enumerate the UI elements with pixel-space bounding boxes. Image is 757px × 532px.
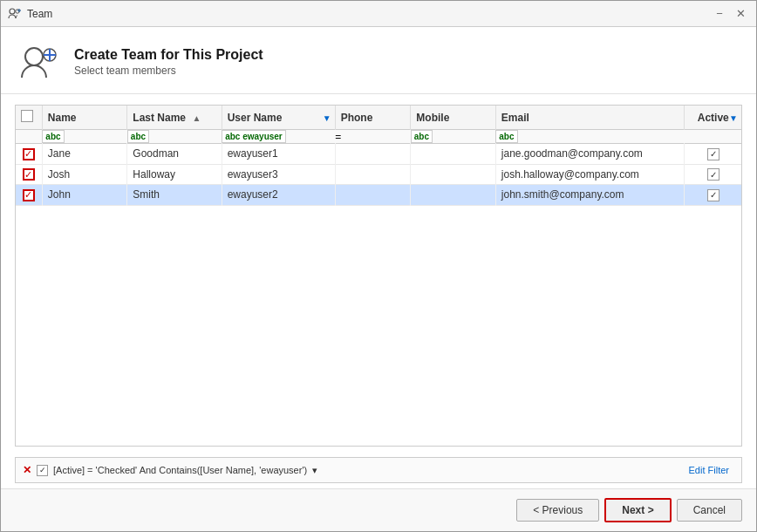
row-checkbox[interactable] <box>23 148 35 160</box>
members-table-container[interactable]: Name Last Name ▲ User Name ▼ Phone <box>15 105 742 447</box>
table-row[interactable]: Josh Halloway ewayuser3 josh.halloway@co… <box>16 164 741 185</box>
filter-row-active <box>685 130 741 144</box>
col-header-phone[interactable]: Phone <box>335 106 411 130</box>
row-active-check <box>707 148 719 160</box>
col-header-checkbox <box>16 106 42 130</box>
table-row[interactable]: John Smith ewayuser2 john.smith@company.… <box>16 185 741 206</box>
row-cell-active <box>685 185 741 206</box>
row-cell-name: Josh <box>42 164 127 185</box>
cancel-button[interactable]: Cancel <box>677 499 742 522</box>
filter-bar-wrapper: ✕ [Active] = 'Checked' And Contains([Use… <box>1 457 756 488</box>
row-cell-name: John <box>42 185 127 206</box>
title-bar-left: Team <box>8 7 52 21</box>
row-cell-username: ewayuser3 <box>222 164 335 185</box>
svg-point-0 <box>10 9 15 14</box>
title-bar-controls: − ✕ <box>711 5 749 23</box>
row-cell-email: john.smith@company.com <box>495 185 685 206</box>
window-title: Team <box>27 8 52 20</box>
header-text-block: Create Team for This Project Select team… <box>74 47 263 77</box>
row-cell-phone <box>335 185 411 206</box>
row-cell-active <box>685 144 741 165</box>
email-filter-badge: abc <box>495 130 517 143</box>
table-filter-row: abc abc abc ewayuser = abc <box>16 130 741 144</box>
previous-button[interactable]: < Previous <box>516 499 599 522</box>
row-cell-name: Jane <box>42 144 127 165</box>
filter-row-username: abc ewayuser <box>222 130 335 144</box>
col-header-email[interactable]: Email <box>495 106 685 130</box>
active-filter-icon: ▼ <box>729 113 738 122</box>
filter-row-email: abc <box>495 130 685 144</box>
row-cell-lastname: Smith <box>127 185 222 206</box>
row-active-check <box>707 168 719 181</box>
row-cell-checkbox[interactable] <box>16 164 42 185</box>
table-body: Jane Goodman ewayuser1 jane.goodman@comp… <box>16 144 741 206</box>
row-cell-checkbox[interactable] <box>16 144 42 165</box>
row-cell-mobile <box>411 185 496 206</box>
row-checkbox[interactable] <box>23 168 35 181</box>
mobile-filter-badge: abc <box>411 130 433 143</box>
col-header-mobile[interactable]: Mobile <box>411 106 496 130</box>
username-filter-badge: abc ewayuser <box>222 130 286 143</box>
row-cell-email: josh.halloway@company.com <box>495 164 685 185</box>
filter-expression: [Active] = 'Checked' And Contains([User … <box>53 465 307 475</box>
row-cell-mobile <box>411 164 496 185</box>
edit-filter-button[interactable]: Edit Filter <box>684 463 734 477</box>
table-header-row: Name Last Name ▲ User Name ▼ Phone <box>16 106 741 130</box>
filter-row-name: abc <box>42 130 127 144</box>
header-checkbox[interactable] <box>21 110 33 122</box>
row-cell-username: ewayuser2 <box>222 185 335 206</box>
name-filter-badge: abc <box>42 130 64 143</box>
row-cell-username: ewayuser1 <box>222 144 335 165</box>
filter-row-phone: = <box>335 130 411 144</box>
row-cell-phone <box>335 164 411 185</box>
filter-bar: ✕ [Active] = 'Checked' And Contains([Use… <box>15 457 742 483</box>
wizard-footer: < Previous Next > Cancel <box>1 488 756 531</box>
filter-row-mobile: abc <box>411 130 496 144</box>
filter-dropdown-arrow[interactable]: ▾ <box>312 465 317 476</box>
content-area: Name Last Name ▲ User Name ▼ Phone <box>1 94 756 457</box>
title-bar: Team − ✕ <box>1 1 756 27</box>
row-cell-lastname: Goodman <box>127 144 222 165</box>
wizard-header: Create Team for This Project Select team… <box>1 27 756 94</box>
wizard-header-icon <box>18 41 60 83</box>
col-header-username[interactable]: User Name ▼ <box>222 106 335 130</box>
lastname-sort-icon: ▲ <box>192 113 201 123</box>
next-button[interactable]: Next > <box>604 498 671 522</box>
username-filter-icon: ▼ <box>323 113 331 122</box>
filter-row-checkbox-cell <box>16 130 42 144</box>
team-icon <box>8 7 22 21</box>
close-button[interactable]: ✕ <box>732 5 749 23</box>
table-row[interactable]: Jane Goodman ewayuser1 jane.goodman@comp… <box>16 144 741 165</box>
col-header-active[interactable]: Active ▼ <box>685 106 741 130</box>
row-cell-checkbox[interactable] <box>16 185 42 206</box>
col-header-name[interactable]: Name <box>42 106 127 130</box>
wizard-title: Create Team for This Project <box>74 47 263 63</box>
filter-row-lastname: abc <box>127 130 222 144</box>
lastname-filter-badge: abc <box>127 130 149 143</box>
col-header-lastname[interactable]: Last Name ▲ <box>127 106 222 130</box>
row-cell-lastname: Halloway <box>127 164 222 185</box>
main-window: Team − ✕ Create Team for This Project Se… <box>0 0 757 532</box>
row-cell-mobile <box>411 144 496 165</box>
row-cell-active <box>685 164 741 185</box>
members-table: Name Last Name ▲ User Name ▼ Phone <box>16 106 741 206</box>
row-checkbox[interactable] <box>23 189 35 201</box>
row-cell-phone <box>335 144 411 165</box>
minimize-button[interactable]: − <box>711 5 728 23</box>
svg-point-4 <box>25 48 43 65</box>
filter-active-checkbox[interactable] <box>37 465 48 476</box>
row-cell-email: jane.goodman@company.com <box>495 144 685 165</box>
filter-remove-button[interactable]: ✕ <box>23 464 31 476</box>
row-active-check <box>707 189 719 201</box>
wizard-subtitle: Select team members <box>74 65 263 77</box>
